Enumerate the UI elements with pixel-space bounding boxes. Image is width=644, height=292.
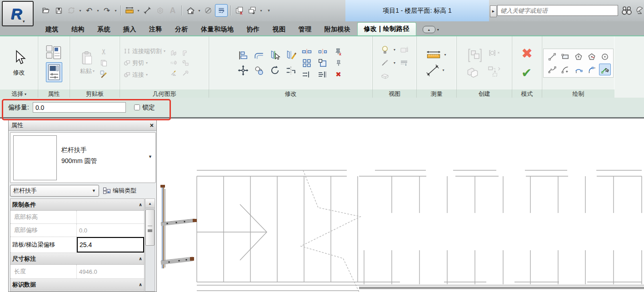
edit-type-button[interactable]: 编辑类型 <box>103 187 136 195</box>
ribbon-minimize-dropdown[interactable]: ▾ <box>437 28 439 32</box>
split-face-button[interactable] <box>170 69 177 77</box>
modify-tool-button[interactable]: 修改 <box>12 49 26 77</box>
array-button[interactable] <box>301 58 312 68</box>
collapse-icon[interactable]: ∧ <box>139 256 142 261</box>
panel-label-view[interactable]: 视图 <box>373 89 416 99</box>
tab-manage[interactable]: 管理 <box>292 24 318 35</box>
draw-circumscribed-polygon-button[interactable] <box>588 53 596 61</box>
align-button[interactable] <box>237 50 249 61</box>
default-3d-view-button[interactable] <box>185 5 196 16</box>
user-interface-button[interactable] <box>45 44 63 60</box>
switch-windows-dropdown[interactable]: ▾ <box>259 9 263 13</box>
move-button[interactable] <box>237 65 249 76</box>
tab-massing-site[interactable]: 体量和场地 <box>195 24 240 35</box>
tab-insert[interactable]: 插入 <box>117 24 143 35</box>
scale-button[interactable] <box>317 58 328 68</box>
group-header-dimensions[interactable]: 尺寸标注 ∧ <box>10 253 144 265</box>
panel-label-select[interactable]: 选择▾ <box>0 89 38 99</box>
trim-extend-single-button[interactable] <box>285 50 296 61</box>
split-with-gap-button[interactable] <box>317 46 328 57</box>
draw-tangent-arc-button[interactable] <box>588 65 596 74</box>
panel-label-mode[interactable]: 模式 <box>512 89 542 99</box>
communication-center-button[interactable] <box>636 5 644 17</box>
join-geometry-button[interactable]: 连接 ▾ <box>124 71 148 79</box>
create-similar-button[interactable] <box>487 65 503 77</box>
type-selector[interactable]: 栏杆扶手 900mm 圆管 ▼ <box>10 132 156 183</box>
create-assembly-button[interactable] <box>487 49 503 63</box>
match-type-button[interactable] <box>98 69 110 79</box>
tab-modify-draw-path[interactable]: 修改 | 绘制路径 <box>357 22 416 35</box>
text-button[interactable]: A <box>167 5 179 16</box>
dimension-dropdown[interactable]: ▾ <box>441 68 445 72</box>
measure-between-button[interactable] <box>426 49 441 60</box>
open-button[interactable] <box>40 5 52 16</box>
redo-dropdown[interactable]: ▾ <box>114 9 118 13</box>
copy-element-button[interactable] <box>253 65 265 76</box>
aligned-dimension-tool-button[interactable] <box>426 64 439 77</box>
draw-spline-button[interactable] <box>548 65 556 74</box>
override-graphics-button[interactable] <box>399 58 410 68</box>
properties-palette-header[interactable]: 属性 × <box>9 120 156 131</box>
align-left-button[interactable] <box>301 69 312 79</box>
finish-edit-mode-button[interactable]: ✔ <box>521 67 533 79</box>
linework-dropdown[interactable]: ▾ <box>393 61 397 65</box>
aligned-dimension-button[interactable] <box>141 5 153 16</box>
delete-button[interactable]: ✖ <box>333 69 344 79</box>
wall-join-button[interactable] <box>170 49 177 57</box>
panel-label-clipboard[interactable]: 剪贴板 <box>70 89 120 99</box>
linework-button[interactable] <box>379 58 391 68</box>
offset-button[interactable] <box>253 50 265 61</box>
scroll-up-button[interactable]: ▲ <box>145 199 155 208</box>
measure-button[interactable] <box>124 5 135 16</box>
undo-button[interactable]: ↶ <box>83 5 95 16</box>
reveal-dropdown[interactable]: ▾ <box>393 48 397 52</box>
3d-view-dropdown[interactable]: ▾ <box>197 9 201 13</box>
title-expand-button[interactable]: ▶ <box>490 5 497 17</box>
search-help-button[interactable] <box>621 5 633 16</box>
panel-label-measure[interactable]: 测量 <box>417 89 456 99</box>
reveal-hidden-button[interactable] <box>379 45 391 55</box>
thin-lines-button[interactable] <box>215 4 228 17</box>
measure-tool-dropdown[interactable]: ▾ <box>443 53 447 57</box>
tab-structure[interactable]: 结构 <box>65 24 91 35</box>
scrollbar-thumb[interactable] <box>145 209 155 246</box>
application-menu-button[interactable]: R ▾ <box>2 1 34 26</box>
cut-button[interactable]: ✂ <box>98 46 110 57</box>
offset-input[interactable] <box>33 102 126 113</box>
tab-annotate[interactable]: 注释 <box>143 24 169 35</box>
draw-fillet-arc-button[interactable] <box>561 65 569 74</box>
search-input[interactable] <box>497 5 618 16</box>
paste-button[interactable]: 粘贴 ▾ <box>80 51 95 75</box>
redo-button[interactable]: ↷ <box>101 5 113 16</box>
close-hidden-windows-button[interactable]: x <box>234 5 245 16</box>
tread-offset-edit-field[interactable]: 25.4 <box>77 237 144 252</box>
type-selector-dropdown-icon[interactable]: ▼ <box>148 154 152 159</box>
unpin-button[interactable]: x <box>333 46 344 57</box>
trim-extend-corner-button[interactable] <box>269 50 280 61</box>
section-button[interactable] <box>202 5 214 16</box>
lock-checkbox[interactable] <box>134 104 140 110</box>
draw-circle-button[interactable] <box>601 53 609 61</box>
draw-inscribed-polygon-button[interactable] <box>574 53 583 61</box>
hide-element-button[interactable] <box>379 71 391 81</box>
cut-geometry-button[interactable]: 剪切 ▾ <box>124 59 148 67</box>
unjoin-button[interactable] <box>182 59 189 67</box>
undo-dropdown[interactable]: ▾ <box>96 9 100 13</box>
customize-qat-dropdown[interactable]: ▾ <box>267 8 271 13</box>
beam-join-button[interactable] <box>170 59 177 67</box>
property-row-base-level[interactable]: 底部标高 <box>10 211 144 224</box>
collapse-icon[interactable]: ∧ <box>139 202 142 207</box>
copy-button[interactable] <box>98 58 110 68</box>
panel-label-properties[interactable]: 属性 <box>38 89 70 99</box>
demolish-button[interactable] <box>182 69 189 77</box>
tab-collaborate[interactable]: 协作 <box>240 24 266 35</box>
property-row-tread-offset[interactable]: 踏板/梯边梁偏移 25.4 <box>10 237 144 253</box>
group-header-identity-data[interactable]: 标识数据 ∧ <box>10 279 144 291</box>
tab-addins[interactable]: 附加模块 <box>318 24 357 35</box>
group-header-constraints[interactable]: 限制条件 ∧ <box>10 199 144 211</box>
sync-dropdown[interactable]: ▾ <box>78 9 82 13</box>
panel-label-draw[interactable]: 绘制 <box>542 89 614 99</box>
cancel-edit-mode-button[interactable]: ✖ <box>521 47 533 60</box>
split-element-button[interactable] <box>301 46 312 57</box>
close-icon[interactable]: × <box>150 122 154 129</box>
